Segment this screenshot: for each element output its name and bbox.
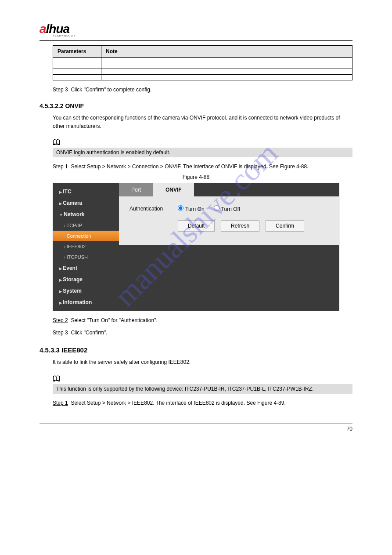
onvif-note: ONVIF login authentication is enabled by… — [53, 148, 352, 157]
step-1-label: Step 1 — [53, 163, 68, 170]
step-3b-text: Click "Confirm". — [71, 330, 107, 336]
table-header-param: Parameters — [53, 46, 101, 58]
step-1b: Step 1 Select Setup > Network > IEEE802.… — [53, 400, 352, 406]
note-icon: 🕮 — [53, 138, 352, 147]
step-1b-text: Select Setup > Network > IEEE802. The in… — [71, 400, 285, 406]
table-row — [53, 75, 352, 80]
radio-turn-on-input[interactable] — [178, 205, 183, 211]
heading-onvif: 4.5.3.2.2 ONVIF — [40, 102, 352, 109]
auth-row: Authentication Turn On Turn Off — [129, 205, 328, 212]
logo-letter: a — [40, 22, 46, 36]
radio-turn-on[interactable]: Turn On — [178, 206, 205, 212]
tab-body: Authentication Turn On Turn Off Default … — [119, 196, 339, 245]
header-divider — [40, 40, 352, 41]
nav-storage[interactable]: Storage — [53, 274, 119, 285]
nav-event[interactable]: Event — [53, 262, 119, 274]
nav-system[interactable]: System — [53, 285, 119, 297]
logo-subtext: TECHNOLOGY — [53, 34, 352, 37]
ieee-note: This function is only supported by the f… — [53, 384, 352, 394]
table-row — [53, 69, 352, 75]
tabs-row: Port ONVIF — [119, 183, 339, 196]
table-header-note: Note — [101, 46, 352, 58]
step-1-text: Select Setup > Network > Connection > ON… — [71, 163, 308, 170]
nav-tcpip[interactable]: TCP/IP — [53, 220, 119, 231]
step-1: Step 1 Select Setup > Network > Connecti… — [53, 163, 352, 170]
radio-turn-off-input[interactable] — [214, 205, 219, 211]
refresh-button[interactable]: Refresh — [221, 220, 259, 232]
auth-radio-group: Turn On Turn Off — [178, 205, 248, 212]
ieee-intro: It is able to link the server safely aft… — [53, 358, 352, 366]
brand-logo: alhua TECHNOLOGY — [40, 22, 352, 37]
tab-port[interactable]: Port — [119, 183, 153, 196]
onvif-screenshot: ITC Camera Network TCP/IP Connection IEE… — [53, 183, 339, 311]
page-number: 70 — [40, 424, 352, 432]
nav-information[interactable]: Information — [53, 297, 119, 308]
side-nav: ITC Camera Network TCP/IP Connection IEE… — [53, 183, 119, 311]
logo-rest: lhua — [46, 22, 70, 36]
step-2: Step 2 Select "Turn On" for "Authenticat… — [53, 317, 352, 323]
dark-spacer — [119, 245, 339, 254]
onvif-intro: You can set the corresponding functions … — [53, 114, 352, 131]
content-pane: Port ONVIF Authentication Turn On Turn O… — [119, 183, 339, 311]
tab-onvif[interactable]: ONVIF — [153, 183, 194, 196]
nav-network[interactable]: Network — [53, 209, 119, 220]
nav-ieee802[interactable]: IEEE802 — [53, 241, 119, 252]
step-3-label: Step 3 — [53, 87, 68, 93]
nav-camera[interactable]: Camera — [53, 197, 119, 209]
nav-connection[interactable]: Connection — [53, 231, 119, 241]
step-3b: Step 3 Click "Confirm". — [53, 330, 352, 336]
radio-turn-on-label: Turn On — [185, 206, 205, 212]
note-icon-2: 🕮 — [53, 374, 352, 383]
table-row — [53, 58, 352, 63]
confirm-button[interactable]: Confirm — [266, 220, 304, 232]
radio-turn-off[interactable]: Turn Off — [214, 206, 240, 212]
figure-caption-88: Figure 4-88 — [40, 174, 352, 180]
table-row — [53, 63, 352, 69]
heading-ieee802: 4.5.3.3 IEEE802 — [40, 346, 352, 354]
default-button[interactable]: Default — [178, 220, 215, 232]
step-1b-label: Step 1 — [53, 400, 68, 406]
step-3b-label: Step 3 — [53, 330, 68, 336]
nav-itcpush[interactable]: ITCPUSH — [53, 252, 119, 262]
radio-turn-off-label: Turn Off — [221, 206, 240, 212]
parameters-table: Parameters Note — [53, 45, 352, 80]
step-3-text: Click "Confirm" to complete config. — [71, 87, 151, 93]
nav-itc[interactable]: ITC — [53, 186, 119, 197]
auth-label: Authentication — [129, 206, 178, 212]
step-2-text: Select "Turn On" for "Authentication". — [71, 317, 157, 323]
step-2-label: Step 2 — [53, 317, 68, 323]
step-3: Step 3 Click "Confirm" to complete confi… — [53, 87, 352, 93]
button-row: Default Refresh Confirm — [178, 220, 328, 232]
